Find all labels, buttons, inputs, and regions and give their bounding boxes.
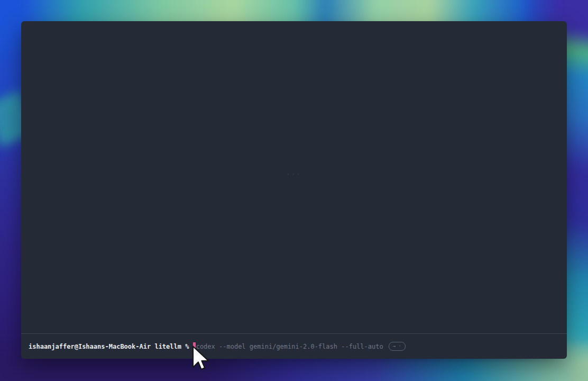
desktop-wallpaper: ··· ishaanjaffer@Ishaans-MacBook-Air lit… [0,0,588,381]
autosuggestion-command: codex --model gemini/gemini-2.0-flash --… [196,343,383,350]
accept-suggestion-hint-badge: → · [389,342,406,351]
terminal-window[interactable]: ··· ishaanjaffer@Ishaans-MacBook-Air lit… [21,21,567,359]
terminal-input-line[interactable]: ishaanjaffer@Ishaans-MacBook-Air litellm… [21,333,567,359]
text-cursor [193,342,196,350]
shell-prompt: ishaanjaffer@Ishaans-MacBook-Air litellm… [29,343,193,350]
terminal-output-area: ··· [21,21,567,333]
loading-ellipsis: ··· [287,171,302,178]
